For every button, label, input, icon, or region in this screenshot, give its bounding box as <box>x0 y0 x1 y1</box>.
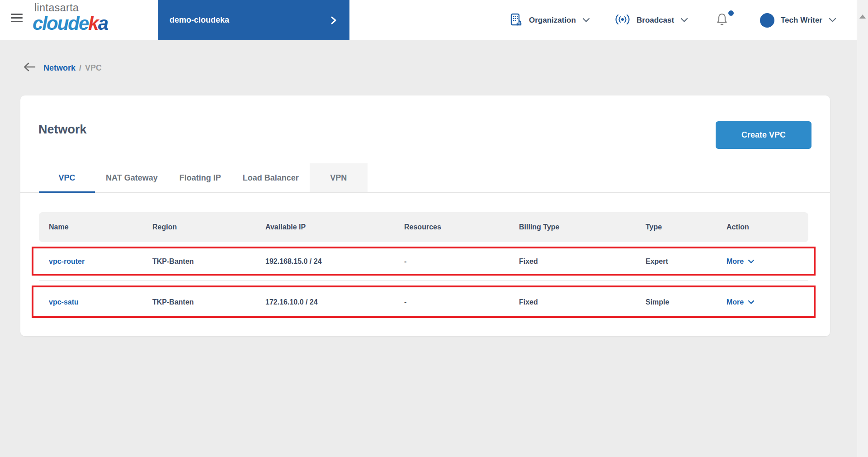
available-ip-cell: 192.168.15.0 / 24 <box>265 257 404 266</box>
col-resources: Resources <box>404 223 519 231</box>
scroll-up-arrow-icon[interactable] <box>859 14 866 19</box>
resources-cell: - <box>404 257 519 266</box>
notifications-button[interactable] <box>716 0 728 40</box>
more-label: More <box>726 257 744 266</box>
organization-building-icon <box>510 13 523 28</box>
breadcrumb-separator: / <box>79 63 81 73</box>
col-type: Type <box>646 223 726 231</box>
tab-floating-ip[interactable]: Floating IP <box>169 163 232 192</box>
more-label: More <box>726 298 744 306</box>
vpc-name-link[interactable]: vpc-satu <box>49 298 152 306</box>
project-banner-label: demo-cloudeka <box>170 15 229 25</box>
col-available-ip: Available IP <box>265 223 404 231</box>
chevron-down-icon <box>680 16 688 24</box>
breadcrumb-current: VPC <box>85 63 102 73</box>
breadcrumb-network-link[interactable]: Network <box>43 63 75 73</box>
avatar <box>760 13 774 28</box>
chevron-down-icon <box>748 300 755 305</box>
col-billing-type: Billing Type <box>519 223 646 231</box>
organization-label: Organization <box>529 16 576 25</box>
tab-vpc[interactable]: VPC <box>39 163 95 192</box>
table-row: vpc-satu TKP-Banten 172.16.10.0 / 24 - F… <box>39 286 808 318</box>
broadcast-menu[interactable]: Broadcast <box>615 0 688 40</box>
tab-nat-gateway[interactable]: NAT Gateway <box>95 163 169 192</box>
app-screen: lintasarta cloudeka demo-cloudeka Organi… <box>0 0 868 457</box>
bell-icon <box>716 12 728 29</box>
table-header: Name Region Available IP Resources Billi… <box>39 212 808 242</box>
billing-type-cell: Fixed <box>519 257 646 266</box>
logo-lintasarta-text: lintasarta <box>34 3 108 13</box>
broadcast-label: Broadcast <box>637 16 674 25</box>
col-name: Name <box>49 223 152 231</box>
row-divider <box>39 280 808 281</box>
resources-cell: - <box>404 298 519 306</box>
col-region: Region <box>152 223 265 231</box>
back-arrow-icon[interactable] <box>23 62 36 74</box>
chevron-down-icon <box>748 259 755 264</box>
top-bar: lintasarta cloudeka demo-cloudeka Organi… <box>0 0 868 40</box>
page-title: Network <box>38 123 87 137</box>
vpc-name-link[interactable]: vpc-router <box>49 257 152 266</box>
notification-dot <box>728 10 734 16</box>
chevron-down-icon <box>829 16 836 24</box>
available-ip-cell: 172.16.10.0 / 24 <box>265 298 404 306</box>
user-menu[interactable]: Tech Writer <box>760 0 836 40</box>
table-row: vpc-router TKP-Banten 192.168.15.0 / 24 … <box>39 247 808 276</box>
create-vpc-button[interactable]: Create VPC <box>716 121 811 149</box>
more-dropdown[interactable]: More <box>726 298 808 306</box>
tab-vpn[interactable]: VPN <box>310 163 368 192</box>
type-cell: Expert <box>646 257 726 266</box>
chevron-right-icon <box>330 16 337 25</box>
col-action: Action <box>726 223 808 231</box>
cloudeka-logo: lintasarta cloudeka <box>33 3 108 33</box>
breadcrumb: Network / VPC <box>23 62 102 74</box>
more-dropdown[interactable]: More <box>726 257 808 266</box>
vertical-scrollbar[interactable] <box>857 0 868 457</box>
tab-load-balancer[interactable]: Load Balancer <box>232 163 310 192</box>
chevron-down-icon <box>582 16 590 24</box>
region-cell: TKP-Banten <box>152 257 265 266</box>
network-card: Network Create VPC VPC NAT Gateway Float… <box>20 95 830 336</box>
network-tabs: VPC NAT Gateway Floating IP Load Balance… <box>20 163 830 193</box>
region-cell: TKP-Banten <box>152 298 265 306</box>
broadcast-icon <box>615 14 630 27</box>
project-banner[interactable]: demo-cloudeka <box>158 0 349 40</box>
hamburger-menu-icon[interactable] <box>11 14 23 24</box>
organization-menu[interactable]: Organization <box>510 0 590 40</box>
user-name: Tech Writer <box>781 16 822 25</box>
type-cell: Simple <box>646 298 726 306</box>
logo-cloudeka-text: cloudeka <box>33 14 108 33</box>
billing-type-cell: Fixed <box>519 298 646 306</box>
